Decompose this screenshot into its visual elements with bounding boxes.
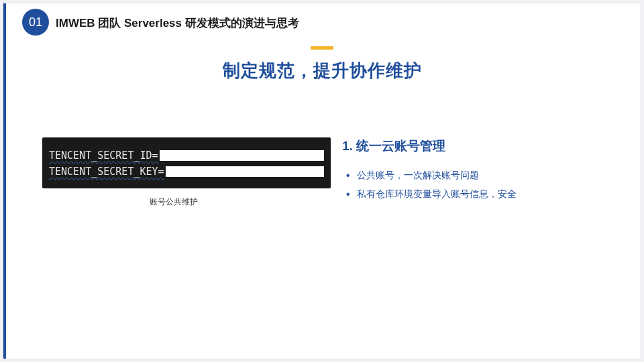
accent-bar bbox=[311, 46, 333, 50]
redacted-value bbox=[166, 166, 324, 177]
slide: 01 IMWEB 团队 Serverless 研发模式的演进与思考 制定规范，提… bbox=[3, 3, 641, 359]
code-line: TENCENT_SECRET_KEY= bbox=[49, 166, 324, 178]
code-label: TENCENT_SECRET_ID= bbox=[49, 149, 158, 162]
codeblock-caption: 账号公共维护 bbox=[150, 196, 322, 208]
content-row: TENCENT_SECRET_ID= TENCENT_SECRET_KEY= 账… bbox=[3, 137, 641, 208]
list-item: 公共账号，一次解决账号问题 bbox=[357, 170, 641, 182]
list-item: 私有仓库环境变量导入账号信息，安全 bbox=[357, 188, 641, 200]
redacted-value bbox=[160, 150, 324, 161]
code-label: TENCENT_SECRET_KEY= bbox=[49, 166, 164, 178]
bullet-list: 公共账号，一次解决账号问题 私有仓库环境变量导入账号信息，安全 bbox=[342, 170, 641, 200]
header-title: IMWEB 团队 Serverless 研发模式的演进与思考 bbox=[56, 15, 299, 31]
right-column: 1. 统一云账号管理 公共账号，一次解决账号问题 私有仓库环境变量导入账号信息，… bbox=[322, 137, 641, 208]
main-title: 制定规范，提升协作维护 bbox=[3, 59, 641, 82]
code-block: TENCENT_SECRET_ID= TENCENT_SECRET_KEY= bbox=[42, 137, 331, 188]
title-block: 制定规范，提升协作维护 bbox=[3, 46, 641, 82]
code-line: TENCENT_SECRET_ID= bbox=[49, 149, 324, 162]
slide-number-badge: 01 bbox=[22, 9, 49, 36]
slide-number: 01 bbox=[29, 15, 42, 29]
left-column: TENCENT_SECRET_ID= TENCENT_SECRET_KEY= 账… bbox=[3, 137, 322, 208]
section-heading: 1. 统一云账号管理 bbox=[342, 137, 641, 155]
